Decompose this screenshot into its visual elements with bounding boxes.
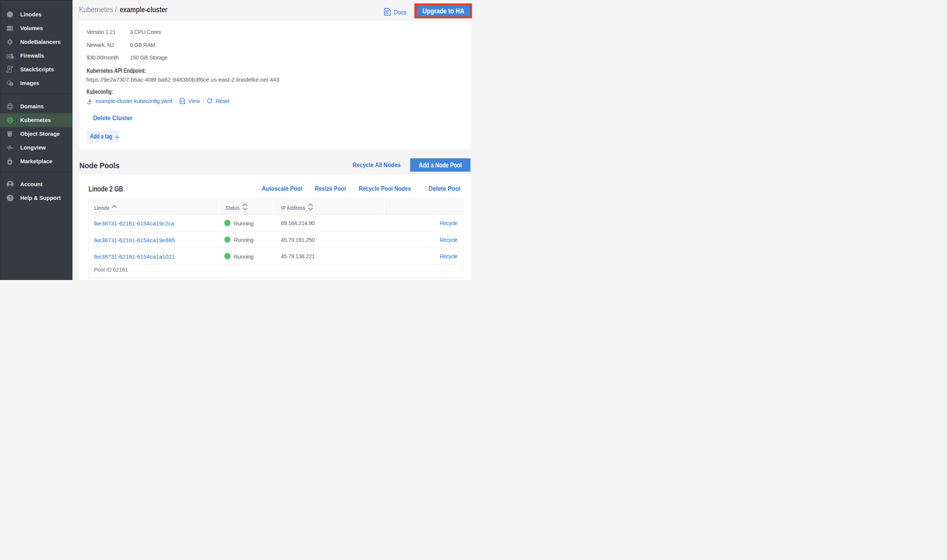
svg-text:?: ? [9,195,12,201]
